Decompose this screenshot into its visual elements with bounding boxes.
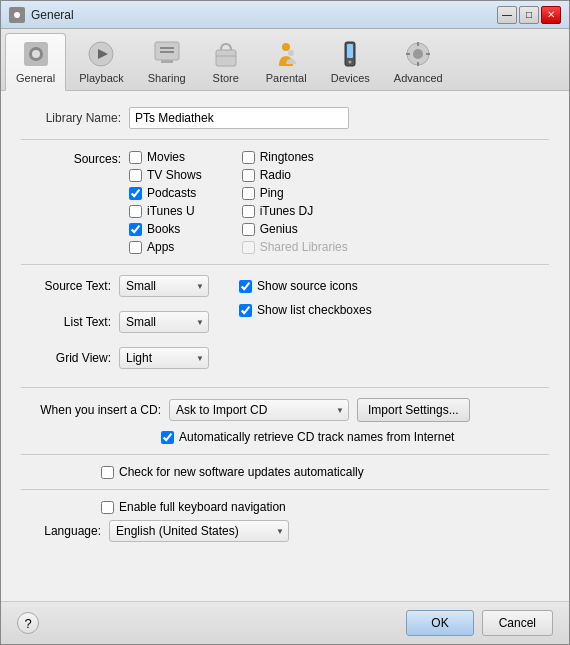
svg-point-19 — [413, 49, 423, 59]
source-text-select[interactable]: Small Medium Large — [119, 275, 209, 297]
show-source-icons-row: Show source icons — [239, 279, 372, 293]
minimize-button[interactable]: — — [497, 6, 517, 24]
list-text-select[interactable]: Small Medium Large — [119, 311, 209, 333]
library-name-row: Library Name: — [21, 107, 549, 129]
library-name-label: Library Name: — [21, 111, 121, 125]
ok-button[interactable]: OK — [406, 610, 473, 636]
podcasts-checkbox[interactable] — [129, 187, 142, 200]
list-text-label: List Text: — [21, 315, 111, 329]
svg-rect-11 — [216, 50, 236, 66]
svg-rect-20 — [417, 42, 419, 46]
radio-checkbox[interactable] — [242, 169, 255, 182]
software-updates-row: Check for new software updates automatic… — [101, 465, 549, 479]
itunes-dj-label: iTunes DJ — [260, 204, 314, 218]
software-updates-label: Check for new software updates automatic… — [119, 465, 364, 479]
list-text-row: List Text: Small Medium Large — [21, 311, 209, 333]
show-list-checkboxes-row: Show list checkboxes — [239, 303, 372, 317]
podcasts-label: Podcasts — [147, 186, 196, 200]
svg-rect-8 — [161, 60, 173, 63]
genius-checkbox[interactable] — [242, 223, 255, 236]
window-title: General — [31, 8, 497, 22]
ringtones-label: Ringtones — [260, 150, 314, 164]
genius-label: Genius — [260, 222, 298, 236]
radio-label: Radio — [260, 168, 291, 182]
store-icon — [210, 38, 242, 70]
tab-advanced[interactable]: Advanced — [383, 33, 454, 90]
source-text-row: Source Text: Small Medium Large — [21, 275, 209, 297]
svg-point-4 — [32, 50, 40, 58]
list-item: Podcasts — [129, 186, 202, 200]
list-item: Ping — [242, 186, 348, 200]
show-list-checkboxes-label: Show list checkboxes — [257, 303, 372, 317]
language-select[interactable]: English (United States) Deutsch Français… — [109, 520, 289, 542]
ping-checkbox[interactable] — [242, 187, 255, 200]
close-button[interactable]: ✕ — [541, 6, 561, 24]
list-item: Ringtones — [242, 150, 348, 164]
show-source-icons-label: Show source icons — [257, 279, 358, 293]
cd-insert-row: When you insert a CD: Ask to Import CD I… — [21, 398, 549, 422]
cancel-button[interactable]: Cancel — [482, 610, 553, 636]
itunes-dj-checkbox[interactable] — [242, 205, 255, 218]
library-name-input[interactable] — [129, 107, 349, 129]
list-item: Books — [129, 222, 202, 236]
footer: ? OK Cancel — [1, 601, 569, 644]
software-updates-checkbox[interactable] — [101, 466, 114, 479]
cd-label: When you insert a CD: — [21, 403, 161, 417]
import-settings-button[interactable]: Import Settings... — [357, 398, 470, 422]
title-bar: General — □ ✕ — [1, 1, 569, 29]
cd-select[interactable]: Ask to Import CD Import CD Import CD and… — [169, 399, 349, 421]
language-row: Language: English (United States) Deutsc… — [21, 520, 549, 542]
list-item: Shared Libraries — [242, 240, 348, 254]
svg-rect-23 — [426, 53, 430, 55]
keyboard-nav-checkbox[interactable] — [101, 501, 114, 514]
grid-view-row: Grid View: Light Dark — [21, 347, 209, 369]
show-list-checkboxes-checkbox[interactable] — [239, 304, 252, 317]
window-controls: — □ ✕ — [497, 6, 561, 24]
shared-libraries-checkbox — [242, 241, 255, 254]
footer-buttons: OK Cancel — [406, 610, 553, 636]
tab-devices[interactable]: Devices — [320, 33, 381, 90]
help-button[interactable]: ? — [17, 612, 39, 634]
itunes-u-label: iTunes U — [147, 204, 195, 218]
cd-select-wrapper: Ask to Import CD Import CD Import CD and… — [169, 399, 349, 421]
grid-view-select[interactable]: Light Dark — [119, 347, 209, 369]
books-label: Books — [147, 222, 180, 236]
auto-retrieve-row: Automatically retrieve CD track names fr… — [161, 430, 549, 444]
tv-shows-checkbox[interactable] — [129, 169, 142, 182]
general-icon — [20, 38, 52, 70]
devices-icon — [334, 38, 366, 70]
maximize-button[interactable]: □ — [519, 6, 539, 24]
apps-label: Apps — [147, 240, 174, 254]
sources-left-col: Movies TV Shows Podcasts iTunes U — [129, 150, 202, 254]
auto-retrieve-checkbox[interactable] — [161, 431, 174, 444]
show-source-icons-checkbox[interactable] — [239, 280, 252, 293]
shared-libraries-label: Shared Libraries — [260, 240, 348, 254]
apps-checkbox[interactable] — [129, 241, 142, 254]
tab-sharing[interactable]: Sharing — [137, 33, 197, 90]
tab-store[interactable]: Store — [199, 33, 253, 90]
svg-point-14 — [288, 50, 294, 56]
svg-rect-21 — [417, 62, 419, 66]
content-area: Library Name: Sources: Movies TV Shows — [1, 91, 569, 601]
svg-point-13 — [282, 43, 290, 51]
svg-point-17 — [349, 61, 352, 64]
sources-section: Sources: Movies TV Shows Podcasts — [21, 150, 549, 254]
grid-view-label: Grid View: — [21, 351, 111, 365]
tv-shows-label: TV Shows — [147, 168, 202, 182]
tab-parental[interactable]: Parental — [255, 33, 318, 90]
source-text-select-wrapper: Small Medium Large — [119, 275, 209, 297]
ringtones-checkbox[interactable] — [242, 151, 255, 164]
tab-playback[interactable]: Playback — [68, 33, 135, 90]
books-checkbox[interactable] — [129, 223, 142, 236]
ping-label: Ping — [260, 186, 284, 200]
itunes-u-checkbox[interactable] — [129, 205, 142, 218]
list-text-select-wrapper: Small Medium Large — [119, 311, 209, 333]
sharing-icon — [151, 38, 183, 70]
list-item: iTunes U — [129, 204, 202, 218]
toolbar: General Playback Sharing — [1, 29, 569, 91]
parental-icon — [270, 38, 302, 70]
sources-right-col: Ringtones Radio Ping iTunes DJ — [242, 150, 348, 254]
list-item: TV Shows — [129, 168, 202, 182]
movies-checkbox[interactable] — [129, 151, 142, 164]
tab-general[interactable]: General — [5, 33, 66, 91]
